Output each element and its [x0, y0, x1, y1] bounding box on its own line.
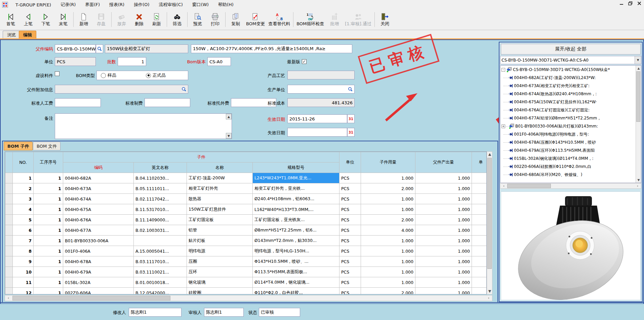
- prev-record-button[interactable]: 上笔: [19, 12, 37, 27]
- tree-item[interactable]: 004H0-675A(150W工矿灯悬挂件)(L162*W·: [500, 98, 641, 106]
- prod-unit-search-button[interactable]: [347, 85, 354, 93]
- tree-item[interactable]: 004H0-677A(铝管)(Ø8mm*H51*T2.25mm，: [500, 114, 641, 122]
- scroll-left-icon[interactable]: ‹: [6, 295, 11, 301]
- tree-item[interactable]: 004H0-676A(工矿灯固定板)(工矿灯固定:: [500, 106, 641, 114]
- tree-item[interactable]: 004H0-673A(相变工矿灯外壳)(相变工矿:: [500, 82, 641, 90]
- prod-unit-field[interactable]: [287, 85, 355, 94]
- table-row: 11004H0-682AB.04.1102030...工矿灯-顶盖-200WL2…: [5, 173, 487, 183]
- view-substitute-button[interactable]: AB查看替代料: [267, 12, 292, 27]
- expire-date-calendar-icon[interactable]: 31: [347, 128, 355, 137]
- tab-bom-children[interactable]: BOM 子件: [4, 142, 33, 150]
- menu-interface[interactable]: 界面(F): [80, 0, 105, 9]
- close-window-button[interactable]: 关闭: [376, 12, 394, 27]
- remark-scroll-down-icon[interactable]: ▼: [226, 133, 232, 139]
- add-button[interactable]: 新增: [75, 12, 92, 27]
- bom-version-input[interactable]: CS-A0: [207, 57, 231, 66]
- filter-button[interactable]: 筛选: [168, 12, 186, 27]
- scroll-left-icon[interactable]: ‹: [501, 183, 507, 189]
- table-vertical-scrollbar[interactable]: ▲ ▼: [487, 151, 492, 294]
- batch-input[interactable]: 1: [118, 57, 146, 66]
- effective-date-calendar-icon[interactable]: 31: [347, 114, 355, 123]
- remark-scroll-up-icon[interactable]: ▲: [226, 114, 232, 119]
- menu-operation[interactable]: 操作(O): [129, 0, 154, 9]
- tree-item[interactable]: 004H0-682A(工矿灯-顶盖-200W)(L243*W:: [500, 74, 641, 82]
- menu-help[interactable]: 帮助(H): [213, 0, 238, 9]
- parent-extra-field[interactable]: [55, 85, 188, 94]
- restore-icon[interactable]: [628, 1, 633, 5]
- scroll-right-icon[interactable]: ›: [635, 183, 640, 189]
- save-button[interactable]: 存盘: [92, 12, 110, 27]
- tree-item[interactable]: 004H0-680A(吊环)(M20、铁镀镍、): [500, 171, 641, 179]
- col-header-unit: 单位: [339, 152, 361, 173]
- delete-button[interactable]: 删除: [130, 12, 148, 27]
- tab-browse[interactable]: 浏览: [3, 31, 20, 39]
- minimize-icon[interactable]: [619, 1, 623, 5]
- expand-icon[interactable]: +: [501, 125, 505, 128]
- table-horizontal-scrollbar[interactable]: ‹ ›: [5, 295, 492, 301]
- std-cost-field: 481.4326: [287, 98, 355, 107]
- remark-textarea[interactable]: [55, 113, 232, 139]
- floppy-icon: [97, 12, 105, 21]
- scrollbar-thumb[interactable]: [507, 184, 551, 188]
- close-icon[interactable]: [637, 1, 641, 5]
- copy-button[interactable]: 复制: [227, 12, 244, 27]
- batch-add-icon: [330, 12, 338, 21]
- scroll-down-icon[interactable]: ▼: [487, 289, 492, 294]
- parent-code-input[interactable]: CS-BYB-O-150MW-3: [55, 44, 96, 53]
- bom-type-sample-radio[interactable]: 样品: [101, 72, 116, 78]
- bom-version-combobox[interactable]: CS-BYB-O-150MW-30D71-WCTKG-A0:CS-A0 ▼: [500, 56, 641, 64]
- discard-button[interactable]: 放弃: [113, 12, 130, 27]
- tree-item[interactable]: 001F0-406A(明纬电源)(明纬电源，型号:: [500, 130, 641, 138]
- scroll-right-icon[interactable]: ›: [486, 295, 491, 301]
- menu-tgroup[interactable]: T-GROUP ERP(E): [11, 1, 56, 9]
- effective-date-input[interactable]: 2015-11-26: [287, 114, 347, 123]
- tree-vertical-scrollbar[interactable]: ▲ ▼: [636, 66, 641, 183]
- menu-flow-audit[interactable]: 流程审核(C): [154, 0, 188, 9]
- tab-edit[interactable]: 编辑: [19, 31, 36, 39]
- parent-spec-field[interactable]: 150W，AC100-277V,4000K ,PF≥0.95 ,光通量≥1540…: [191, 44, 352, 53]
- last-record-button[interactable]: 末笔: [54, 12, 72, 27]
- tree-item[interactable]: 004H0-674A(散热器)(Ø240.4*H108mm，:: [500, 90, 641, 98]
- scroll-down-icon[interactable]: ▼: [636, 177, 641, 183]
- pin-icon: [508, 76, 513, 80]
- tree-item-expandable[interactable]: + B01-BYB00330-006A(贴片灯板)(Ø143mm:: [500, 122, 641, 130]
- menu-report[interactable]: 报表(R): [105, 0, 129, 9]
- chevron-down-icon[interactable]: ▼: [635, 56, 641, 64]
- virtual-part-checkbox[interactable]: [55, 71, 59, 76]
- expand-collapse-all-button[interactable]: 展开/收起 全部: [501, 44, 641, 55]
- scroll-up-icon[interactable]: ▲: [487, 152, 492, 157]
- bom-type-formal-radio[interactable]: 正式品: [146, 72, 166, 78]
- tab-bom-files[interactable]: BOM 文件: [33, 142, 61, 150]
- first-record-button[interactable]: 首笔: [2, 12, 19, 27]
- preview-button[interactable]: 预览: [189, 12, 206, 27]
- scrollbar-thumb[interactable]: [12, 296, 170, 300]
- pin-icon: [508, 100, 513, 104]
- collapse-icon[interactable]: -: [501, 68, 505, 72]
- menu-window[interactable]: 窗口(W): [188, 0, 213, 9]
- next-record-button[interactable]: 下笔: [37, 12, 54, 27]
- latest-version-checkbox[interactable]: ✓: [302, 59, 307, 64]
- audit-pass-button[interactable]: [1.审核].通过: [343, 12, 373, 27]
- tree-item[interactable]: 015BL-302A(钢化玻璃)(Ø114*T4.0MM，:: [500, 154, 641, 163]
- tree-horizontal-scrollbar[interactable]: ‹ ›: [500, 183, 641, 189]
- std-labor-input[interactable]: [55, 98, 101, 107]
- tree-item[interactable]: 004H0-678A(压圈)(Φ143*H10.5MM，喷砂: [500, 138, 641, 146]
- selected-cell[interactable]: L243*W243*T1.0MM.亚光...: [253, 173, 339, 183]
- expire-date-input[interactable]: [287, 128, 347, 137]
- bom-loop-check-button[interactable]: 1BOM循环检查: [295, 12, 326, 27]
- refresh-button[interactable]: 刷新: [148, 12, 165, 27]
- tree-root-item[interactable]: - CS-BYB-O-150MW-30D71-WCTKG-A0(150W钛金*: [500, 66, 641, 74]
- bom-type-radiogroup: 样品 正式品: [96, 71, 188, 80]
- parent-code-search-button[interactable]: [96, 44, 103, 53]
- tree-item[interactable]: 002Z0-606A(硅胶圈)(Φ110*Φ2.0mm,白: [500, 163, 641, 171]
- menu-record[interactable]: 记录(R): [56, 0, 80, 9]
- batch-add-button[interactable]: 批增: [326, 12, 343, 27]
- parent-extra-search-button[interactable]: [180, 85, 188, 93]
- print-button[interactable]: 打印: [206, 12, 224, 27]
- scrollbar-thumb[interactable]: [487, 158, 492, 269]
- tree-item[interactable]: 004H0-679A(压环)(Φ113.5*H5MM,表面阳: [500, 146, 641, 154]
- std-mfg-input[interactable]: [145, 98, 190, 107]
- scrollbar-thumb[interactable]: [636, 71, 640, 122]
- scroll-up-icon[interactable]: ▲: [636, 66, 641, 71]
- bom-change-button[interactable]: BOM变更: [244, 12, 267, 27]
